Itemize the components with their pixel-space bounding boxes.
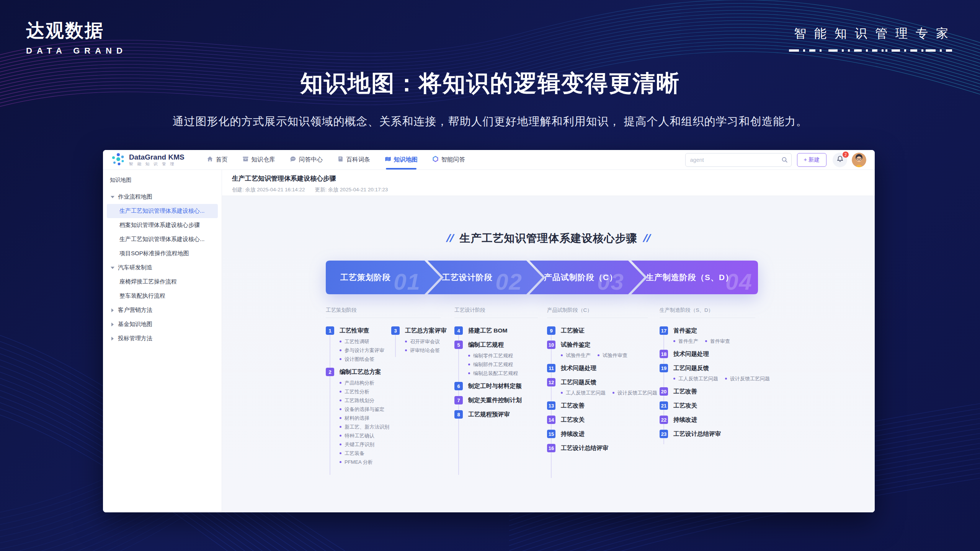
nav-item-label: 百科词条: [346, 156, 370, 164]
document-meta: 创建: 余放 2025-04-21 16:14:22 更新: 余放 2025-0…: [232, 186, 875, 193]
chevron-down-icon[interactable]: [110, 196, 115, 198]
sidebar-item-6[interactable]: 座椅焊接工艺操作流程: [107, 275, 218, 289]
phase-column-header: 工艺设计阶段: [454, 307, 538, 318]
page-subtitle: 通过图形化的方式展示知识领域的概念、关系和连接，帮助人们更好地理解和利用知识， …: [0, 114, 980, 129]
new-button[interactable]: + 新建: [797, 153, 827, 167]
diagram-title-text: 生产工艺知识管理体系建设核心步骤: [460, 232, 637, 244]
sidebar-item-2[interactable]: 档案知识管理体系建设核心步骤: [107, 218, 218, 232]
bullet-dot: [340, 341, 341, 342]
nav-item-label: 知识仓库: [252, 156, 275, 164]
step-number-badge: 4: [454, 326, 463, 335]
map-step-8: 8工艺规程预评审: [454, 410, 538, 419]
nav-item-home[interactable]: 首页: [207, 150, 228, 170]
map-step-22: 22持续改进: [660, 416, 755, 424]
sidebar-item-7[interactable]: 整车装配执行流程: [107, 289, 218, 303]
bullet-dot: [340, 452, 341, 454]
title-slash-right: //: [642, 232, 651, 245]
nav-item-label: 问答中心: [299, 156, 323, 164]
step-sub-item: 工人反馈工艺问题: [561, 390, 606, 396]
tree-item-label: 生产工艺知识管理体系建设核心...: [119, 207, 205, 215]
tree-item-label: 座椅焊接工艺操作流程: [119, 278, 177, 285]
stage-arrow-4: 生产制造阶段（S、D）04: [631, 261, 758, 294]
sidebar-item-4[interactable]: 项目SOP标准操作流程地图: [107, 246, 218, 261]
sidebar-group-5[interactable]: 汽车研发制造: [107, 261, 218, 275]
stage-number: 01: [394, 271, 421, 293]
user-avatar[interactable]: [852, 153, 866, 167]
bullet-dot: [561, 392, 563, 394]
map-canvas[interactable]: //生产工艺知识管理体系建设核心步骤// 工艺策划阶段01工艺设计阶段02产品试…: [222, 196, 875, 512]
step-sub-item: 工艺装备: [340, 450, 441, 456]
chevron-right-icon[interactable]: [110, 308, 115, 312]
chevron-down-icon[interactable]: [110, 267, 115, 269]
sidebar-group-0[interactable]: 作业流程地图: [107, 190, 218, 204]
stage-label: 产品试制阶段（C）: [529, 272, 617, 283]
nav-item-qa[interactable]: 问答中心: [290, 150, 323, 170]
step-title: 制定工时与材料定额: [468, 382, 522, 390]
sidebar-item-1[interactable]: 生产工艺知识管理体系建设核心...: [107, 204, 218, 218]
step-title: 持续改进: [561, 430, 585, 438]
step-sub-item: 设计反馈工艺问题: [612, 390, 657, 396]
nav-item-map[interactable]: 知识地图: [385, 150, 418, 170]
bullet-dot: [405, 341, 407, 342]
step-number-badge: 7: [454, 396, 463, 404]
app-logo-name: DataGrand KMS: [129, 153, 185, 161]
sidebar-group-10[interactable]: 投标管理方法: [107, 331, 218, 346]
tree-item-label: 客户营销方法: [118, 306, 152, 314]
nav-item-ai[interactable]: 智能问答: [432, 150, 465, 170]
tree-item-label: 作业流程地图: [118, 193, 152, 201]
bullet-dot: [561, 354, 563, 356]
repo-icon: [242, 156, 249, 164]
phase-column-header: 工艺策划阶段: [326, 307, 441, 318]
app-navbar: DataGrand KMS 智 能 知 识 管 理 首页知识仓库问答中心百科词条…: [103, 150, 875, 170]
map-step-19: 19工艺问题反馈工人反馈工艺问题设计反馈工艺问题: [660, 364, 755, 381]
step-title: 技术问题处理: [673, 350, 709, 358]
tree-item-label: 档案知识管理体系建设核心步骤: [119, 222, 200, 229]
step-title: 工艺攻关: [561, 416, 585, 424]
track-connector-line: [330, 329, 330, 475]
sidebar-group-8[interactable]: 客户营销方法: [107, 303, 218, 317]
nav-item-repo[interactable]: 知识仓库: [242, 150, 275, 170]
map-step-15: 15持续改进: [547, 430, 648, 438]
step-title: 工艺改善: [561, 402, 585, 410]
sidebar-item-3[interactable]: 生产工艺知识管理体系建设核心...: [107, 232, 218, 246]
step-title: 工艺攻关: [673, 402, 697, 410]
map-step-12: 12工艺问题反馈工人反馈工艺问题设计反馈工艺问题: [547, 378, 648, 396]
map-step-23: 23工艺设计总结评审: [660, 430, 755, 438]
bullet-dot: [340, 358, 341, 360]
step-title: 工艺改善: [673, 388, 697, 396]
created-meta: 创建: 余放 2025-04-21 16:14:22: [232, 186, 305, 193]
nav-item-wiki[interactable]: 百科词条: [337, 150, 370, 170]
step-sub-item: 材料的选择: [340, 415, 441, 421]
search-icon[interactable]: [781, 156, 788, 165]
bullet-dot: [340, 435, 341, 437]
nav-list: 首页知识仓库问答中心百科词条知识地图智能问答: [207, 150, 465, 170]
bullet-dot: [673, 340, 675, 342]
chevron-right-icon[interactable]: [110, 323, 115, 326]
step-title: 持续改进: [673, 416, 697, 424]
step-sub-item: 产品结构分析: [340, 380, 441, 386]
step-number-badge: 22: [660, 416, 668, 424]
updated-meta: 更新: 余放 2025-04-21 20:17:23: [315, 186, 388, 193]
app-logo[interactable]: DataGrand KMS 智 能 知 识 管 理: [111, 152, 185, 168]
map-step-11: 11技术问题处理: [547, 364, 648, 372]
step-number-badge: 8: [454, 410, 463, 419]
notification-button[interactable]: 2: [833, 153, 847, 167]
step-number-badge: 17: [660, 326, 668, 335]
map-step-6: 6制定工时与材料定额: [454, 382, 538, 390]
step-sub-item: 设计反馈工艺问题: [725, 376, 770, 381]
sidebar-group-9[interactable]: 基金知识地图: [107, 317, 218, 331]
map-step-18: 18技术问题处理: [660, 350, 755, 358]
home-icon: [207, 156, 213, 164]
content-header: 生产工艺知识管理体系建设核心步骤 创建: 余放 2025-04-21 16:14…: [222, 170, 875, 196]
phase-column-3: 产品试制阶段（C）9工艺验证10试验件鉴定试验件生产试验件审查11技术问题处理1…: [547, 307, 648, 458]
search-input[interactable]: [685, 153, 792, 167]
step-title: 技术问题处理: [561, 364, 596, 372]
phase-column-1: 工艺策划阶段1工艺性审查工艺性调研参与设计方案评审设计图纸会签2编制工艺总方案产…: [326, 307, 441, 471]
tree-item-label: 基金知识地图: [118, 321, 152, 328]
step-number-badge: 5: [454, 341, 463, 349]
step-title: 工艺总方案评审: [405, 327, 447, 335]
step-title: 制定关重件控制计划: [468, 396, 522, 404]
chevron-right-icon[interactable]: [110, 337, 115, 341]
step-number-badge: 10: [547, 341, 555, 349]
brand-tagline: 智能知识管理专家: [789, 25, 956, 42]
